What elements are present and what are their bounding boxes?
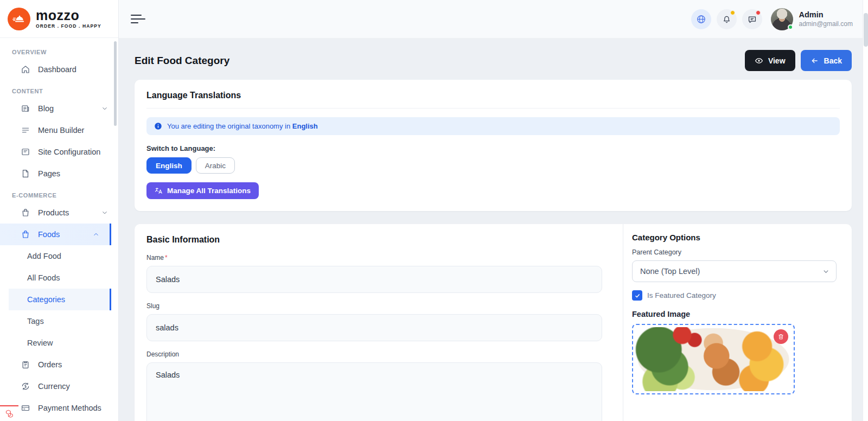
brand-tagline: ORDER . FOOD . HAPPY: [36, 23, 101, 29]
language-translations-card: Language Translations You are editing th…: [135, 80, 852, 211]
name-field[interactable]: [146, 266, 602, 293]
sidebar-item-label: Products: [38, 208, 69, 217]
laravel-icon: [5, 409, 14, 418]
sidebar-item-foods[interactable]: Foods: [0, 224, 111, 245]
name-label: Name*: [146, 254, 602, 261]
language-button[interactable]: [691, 9, 711, 29]
bag-icon: [21, 208, 30, 218]
sidebar-item-label: Foods: [38, 230, 60, 239]
online-status-dot: [788, 24, 793, 30]
translate-icon: [155, 187, 163, 195]
debugbar-toggle[interactable]: [0, 405, 18, 421]
basic-information-column: Basic Information Name* Slug Description…: [135, 224, 623, 421]
bell-icon: [722, 14, 732, 24]
view-button[interactable]: View: [745, 50, 795, 71]
layout-doc-icon: [21, 147, 30, 157]
view-button-label: View: [768, 56, 786, 65]
user-name: Admin: [799, 10, 853, 20]
message-badge: [756, 10, 761, 15]
alert-language: English: [292, 122, 318, 130]
is-featured-row[interactable]: Is Featured Category: [632, 290, 837, 301]
chevron-down-icon: [101, 105, 108, 112]
notification-badge: [730, 10, 735, 15]
category-options-title: Category Options: [632, 233, 837, 242]
description-field[interactable]: Salads: [146, 362, 602, 421]
main-content: Edit Food Category View Back Language Tr…: [119, 38, 863, 421]
language-translations-title: Language Translations: [146, 91, 840, 109]
sidebar-scrollbar-thumb[interactable]: [114, 41, 117, 126]
user-email: admin@gmail.com: [799, 20, 853, 28]
brand-name: mozzo: [36, 9, 101, 22]
page-scrollbar[interactable]: [863, 0, 868, 421]
messages-button[interactable]: [742, 9, 762, 29]
sidebar-item-currency[interactable]: Currency: [0, 375, 118, 397]
basic-information-title: Basic Information: [146, 235, 602, 245]
sidebar-subitem-categories[interactable]: Categories: [9, 289, 111, 310]
delete-image-button[interactable]: [774, 329, 788, 344]
sidebar-subitem-label: Review: [27, 339, 53, 347]
sidebar-item-label: Pages: [38, 169, 60, 178]
back-button[interactable]: Back: [801, 50, 852, 71]
page-title: Edit Food Category: [135, 55, 229, 67]
sidebar-item-products[interactable]: Products: [0, 202, 118, 224]
sidebar-subitem-add-food[interactable]: Add Food: [0, 245, 118, 267]
sidebar-item-label: Orders: [38, 360, 62, 369]
home-icon: [21, 65, 30, 74]
notifications-button[interactable]: [717, 9, 737, 29]
arrow-left-icon: [810, 56, 819, 65]
bag-icon: [21, 229, 30, 239]
manage-translations-button[interactable]: Manage All Translations: [146, 182, 259, 199]
chat-icon: [747, 14, 757, 24]
slug-field[interactable]: [146, 314, 602, 341]
sidebar-subitem-label: Add Food: [27, 252, 61, 260]
featured-image-label: Featured Image: [632, 310, 837, 318]
nav-section-ecommerce: E-COMMERCE: [12, 192, 118, 199]
manage-translations-label: Manage All Translations: [167, 187, 251, 195]
category-form-card: Basic Information Name* Slug Description…: [135, 224, 852, 421]
newspaper-icon: [21, 104, 30, 113]
featured-image-dropzone[interactable]: [632, 324, 795, 394]
trash-icon: [777, 333, 784, 340]
nav-section-content: CONTENT: [12, 88, 118, 94]
description-label: Description: [146, 350, 602, 358]
sidebar-item-dashboard[interactable]: Dashboard: [0, 59, 118, 80]
required-asterisk: *: [165, 254, 168, 261]
sidebar-item-site-configuration[interactable]: Site Configuration: [0, 141, 118, 163]
sidebar-subitem-tags[interactable]: Tags: [0, 310, 118, 332]
sidebar-subitem-review[interactable]: Review: [0, 332, 118, 354]
sidebar-item-label: Menu Builder: [38, 126, 84, 135]
check-icon: [634, 292, 641, 299]
eye-icon: [755, 56, 763, 65]
sidebar-subitem-label: Tags: [27, 317, 44, 326]
sidebar-item-label: Blog: [38, 104, 54, 113]
sidebar-item-pages[interactable]: Pages: [0, 163, 118, 184]
sidebar-item-label: Site Configuration: [38, 148, 100, 156]
sidebar-item-orders[interactable]: Orders: [0, 354, 118, 375]
brand-logo-icon: [8, 8, 30, 30]
alert-text: You are editing the original taxonomy in…: [167, 122, 318, 130]
chevron-down-icon: [101, 209, 108, 216]
sidebar-item-blog[interactable]: Blog: [0, 98, 118, 119]
user-menu[interactable]: [771, 8, 793, 30]
sidebar-toggle-button[interactable]: [131, 12, 146, 26]
nav-section-overview: OVERVIEW: [12, 49, 118, 55]
sidebar-item-label: Payment Methods: [38, 404, 101, 412]
page-scrollbar-thumb[interactable]: [864, 13, 868, 47]
currency-icon: [21, 381, 30, 391]
sidebar-subitem-label: Categories: [27, 295, 65, 304]
sidebar-subitem-all-foods[interactable]: All Foods: [0, 267, 118, 289]
brand-logo[interactable]: mozzo ORDER . FOOD . HAPPY: [0, 0, 118, 38]
category-options-column: Category Options Parent Category None (T…: [623, 224, 852, 421]
editing-language-alert: You are editing the original taxonomy in…: [146, 117, 840, 135]
file-icon: [21, 169, 30, 178]
parent-category-select[interactable]: None (Top Level): [632, 260, 837, 282]
sidebar-nav: OVERVIEW Dashboard CONTENT Blog Menu Bui…: [0, 38, 118, 421]
user-info[interactable]: Admin admin@gmail.com: [799, 10, 853, 28]
sidebar-item-menu-builder[interactable]: Menu Builder: [0, 119, 118, 141]
featured-image-preview: [635, 327, 792, 391]
slug-label: Slug: [146, 302, 602, 310]
language-chip-english[interactable]: English: [146, 157, 192, 174]
language-chip-arabic[interactable]: Arabic: [196, 157, 235, 174]
is-featured-checkbox[interactable]: [632, 290, 642, 301]
top-header: Admin admin@gmail.com: [119, 0, 868, 38]
